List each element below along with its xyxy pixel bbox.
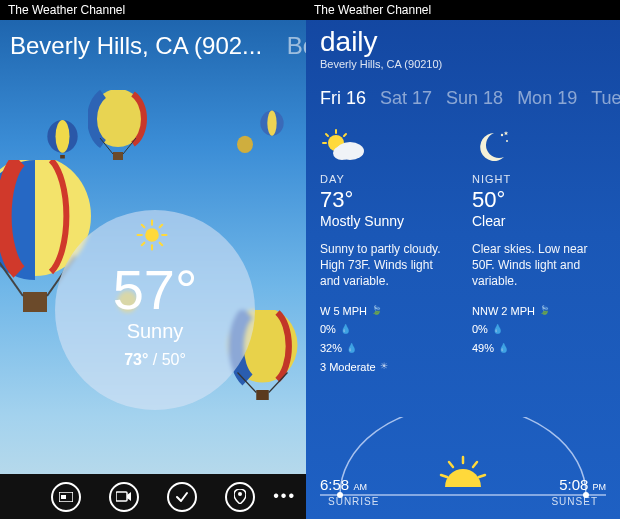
daily-subtitle: Beverly Hills, CA (90210)	[320, 58, 610, 70]
humidity-icon: 💧	[498, 341, 509, 356]
day-column: DAY 73° Mostly Sunny Sunny to partly clo…	[320, 127, 454, 376]
forecast-columns: DAY 73° Mostly Sunny Sunny to partly clo…	[306, 117, 620, 376]
night-wind: NNW 2 MPH	[472, 302, 535, 321]
svg-line-46	[449, 462, 453, 467]
night-stats: NNW 2 MPH🍃 0%💧 49%💧	[472, 302, 606, 358]
status-bar-right: The Weather Channel	[306, 0, 620, 20]
svg-point-40	[506, 140, 508, 142]
background-scene: 57° Sunny 73° / 50°	[0, 60, 306, 474]
night-label: NIGHT	[472, 173, 606, 185]
current-temp: 57°	[113, 262, 198, 318]
appbar-check-button[interactable]	[167, 482, 197, 512]
svg-rect-12	[256, 390, 269, 400]
svg-rect-30	[116, 492, 127, 501]
sunset-time: 5:08 PM	[559, 476, 606, 493]
day-label: DAY	[320, 173, 454, 185]
svg-line-35	[326, 134, 328, 136]
tab-tue[interactable]: Tue	[591, 88, 620, 109]
current-weather-circle[interactable]: 57° Sunny 73° / 50°	[55, 210, 255, 410]
appbar-location-button[interactable]	[225, 482, 255, 512]
current-weather-panel: The Weather Channel Beverly Hills, CA (9…	[0, 0, 306, 519]
tab-sat-17[interactable]: Sat 17	[380, 88, 432, 109]
balloon-decor	[88, 90, 148, 170]
tab-sun-18[interactable]: Sun 18	[446, 88, 503, 109]
svg-point-18	[237, 136, 253, 153]
svg-marker-41	[504, 131, 508, 135]
sunset-label: SUNSET	[551, 496, 598, 507]
tab-fri-16[interactable]: Fri 16	[320, 88, 366, 109]
next-location-peek: Boo	[287, 32, 306, 59]
night-temp: 50°	[472, 187, 606, 213]
svg-line-36	[344, 134, 346, 136]
balloon-decor	[235, 135, 255, 162]
app-bar: •••	[0, 474, 306, 519]
balloon-decor	[258, 110, 286, 147]
location-header[interactable]: Beverly Hills, CA (902... Boo	[0, 20, 306, 60]
svg-rect-29	[61, 495, 66, 499]
day-humidity: 32%	[320, 339, 342, 358]
wind-icon: 🍃	[539, 303, 550, 318]
moon-icon	[472, 127, 606, 167]
balloon-decor	[45, 120, 80, 167]
svg-rect-1	[23, 292, 47, 312]
day-condition: Mostly Sunny	[320, 213, 454, 229]
appbar-more-button[interactable]: •••	[273, 487, 296, 505]
svg-line-49	[479, 475, 485, 477]
svg-line-27	[142, 243, 145, 246]
svg-point-5	[56, 120, 70, 153]
location-name: Beverly Hills, CA (902...	[10, 32, 262, 59]
day-stats: W 5 MPH🍃 0%💧 32%💧 3 Moderate☀	[320, 302, 454, 377]
drop-icon: 💧	[340, 322, 351, 337]
current-condition: Sunny	[127, 320, 184, 343]
drop-icon: 💧	[492, 322, 503, 337]
sunrise-label: SUNRISE	[328, 496, 379, 507]
svg-line-48	[441, 475, 447, 477]
daily-header: daily Beverly Hills, CA (90210)	[306, 20, 620, 70]
svg-rect-8	[113, 152, 123, 160]
day-uv: 3 Moderate	[320, 358, 376, 377]
app-title: The Weather Channel	[314, 3, 431, 17]
svg-line-47	[473, 462, 477, 467]
app-title: The Weather Channel	[8, 3, 125, 17]
svg-line-24	[142, 225, 145, 228]
appbar-card-button[interactable]	[51, 482, 81, 512]
sun-arc: 6:58 AM SUNRISE 5:08 PM SUNSET	[320, 417, 606, 507]
high-temp: 73°	[124, 351, 148, 368]
appbar-camera-button[interactable]	[109, 482, 139, 512]
partly-sunny-icon	[320, 127, 454, 167]
day-description: Sunny to partly cloudy. High 73F. Winds …	[320, 241, 454, 290]
night-description: Clear skies. Low near 50F. Winds light a…	[472, 241, 606, 290]
hi-lo: 73° / 50°	[124, 351, 186, 369]
svg-line-26	[160, 225, 163, 228]
daily-title: daily	[320, 26, 610, 58]
night-humidity: 49%	[472, 339, 494, 358]
tab-mon-19[interactable]: Mon 19	[517, 88, 577, 109]
svg-point-19	[145, 228, 159, 242]
daily-forecast-panel: The Weather Channel daily Beverly Hills,…	[306, 0, 620, 519]
status-bar-left: The Weather Channel	[0, 0, 306, 20]
wind-icon: 🍃	[371, 303, 382, 318]
night-column: NIGHT 50° Clear Clear skies. Low near 50…	[472, 127, 606, 376]
day-precip: 0%	[320, 320, 336, 339]
night-condition: Clear	[472, 213, 606, 229]
svg-point-31	[238, 492, 242, 496]
sunrise-time: 6:58 AM	[320, 476, 367, 493]
sun-icon	[135, 218, 169, 256]
low-temp: 50°	[162, 351, 186, 368]
humidity-icon: 💧	[346, 341, 357, 356]
svg-line-25	[160, 243, 163, 246]
svg-rect-6	[60, 155, 65, 158]
day-temp: 73°	[320, 187, 454, 213]
night-precip: 0%	[472, 320, 488, 339]
day-wind: W 5 MPH	[320, 302, 367, 321]
svg-point-39	[501, 134, 503, 136]
svg-point-38	[333, 146, 351, 160]
uv-icon: ☀	[380, 359, 388, 374]
svg-point-16	[267, 110, 276, 135]
day-tabs: Fri 16 Sat 17 Sun 18 Mon 19 Tue	[306, 70, 620, 117]
